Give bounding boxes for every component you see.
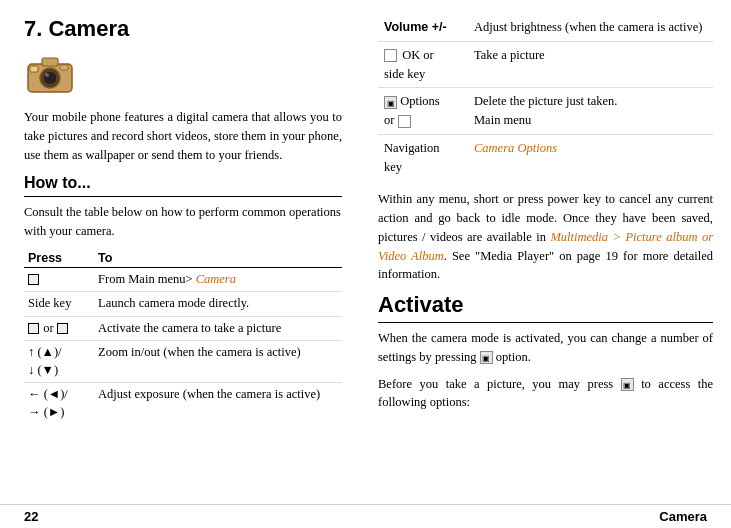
to-cell: Zoom in/out (when the camera is active) bbox=[94, 341, 342, 383]
ok-box-icon bbox=[384, 49, 397, 62]
left-column: 7. Camera bbox=[0, 0, 360, 504]
press-cell: or bbox=[24, 316, 94, 341]
desc-cell: Adjust brightness (when the camera is ac… bbox=[468, 14, 713, 41]
table-row: Volume +/- Adjust brightness (when the c… bbox=[378, 14, 713, 41]
camera-icon bbox=[24, 52, 342, 98]
to-cell: Launch camera mode directly. bbox=[94, 292, 342, 317]
to-cell: Adjust exposure (when the camera is acti… bbox=[94, 383, 342, 425]
activate-text-2: Before you take a picture, you may press… bbox=[378, 375, 713, 413]
table-row: Side key Launch camera mode directly. bbox=[24, 292, 342, 317]
volume-key: Volume +/- bbox=[384, 20, 447, 34]
sub-text: Consult the table below on how to perfor… bbox=[24, 203, 342, 241]
nav-icon bbox=[28, 323, 39, 334]
key-cell: ▣ Optionsor bbox=[378, 88, 468, 135]
page-number: 22 bbox=[24, 509, 38, 524]
nav-icon bbox=[57, 323, 68, 334]
activate-text-1: When the camera mode is activated, you c… bbox=[378, 329, 713, 367]
table-row: OK orside key Take a picture bbox=[378, 41, 713, 88]
how-to-divider bbox=[24, 196, 342, 197]
within-text: Within any menu, short or press power ke… bbox=[378, 190, 713, 284]
options-icon: ▣ bbox=[384, 96, 397, 109]
press-cell bbox=[24, 267, 94, 292]
content-area: 7. Camera bbox=[0, 0, 731, 504]
page-container: 7. Camera bbox=[0, 0, 731, 528]
col-press: Press bbox=[24, 249, 94, 268]
camera-link: Camera bbox=[196, 272, 236, 286]
option-icon: ▣ bbox=[480, 351, 493, 364]
desc-cell: Take a picture bbox=[468, 41, 713, 88]
table-row: Navigationkey Camera Options bbox=[378, 134, 713, 180]
activate-divider bbox=[378, 322, 713, 323]
ok-box-icon bbox=[398, 115, 411, 128]
option-icon-2: ▣ bbox=[621, 378, 634, 391]
key-cell: Volume +/- bbox=[378, 14, 468, 41]
svg-rect-6 bbox=[60, 65, 68, 70]
to-cell: Activate the camera to take a picture bbox=[94, 316, 342, 341]
table-row: From Main menu> Camera bbox=[24, 267, 342, 292]
table-row: ▣ Optionsor Delete the picture just take… bbox=[378, 88, 713, 135]
press-cell: ← (◄)/→ (►) bbox=[24, 383, 94, 425]
footer-bar: 22 Camera bbox=[0, 504, 731, 528]
key-cell: Navigationkey bbox=[378, 134, 468, 180]
press-cell: ↑ (▲)/↓ (▼) bbox=[24, 341, 94, 383]
footer-chapter-label: Camera bbox=[659, 509, 707, 524]
desc-cell: Delete the picture just taken.Main menu bbox=[468, 88, 713, 135]
body-text: Your mobile phone features a digital cam… bbox=[24, 108, 342, 164]
table-row: ↑ (▲)/↓ (▼) Zoom in/out (when the camera… bbox=[24, 341, 342, 383]
multimedia-link: Multimedia > Picture album or Video Albu… bbox=[378, 230, 713, 263]
camera-options-link: Camera Options bbox=[474, 141, 557, 155]
press-table: Press To From Main menu> Camera Side key… bbox=[24, 249, 342, 425]
svg-point-3 bbox=[45, 73, 49, 77]
press-cell: Side key bbox=[24, 292, 94, 317]
right-column: Volume +/- Adjust brightness (when the c… bbox=[360, 0, 731, 504]
table-row: or Activate the camera to take a picture bbox=[24, 316, 342, 341]
svg-rect-5 bbox=[30, 66, 38, 72]
activate-heading: Activate bbox=[378, 292, 713, 318]
how-to-heading: How to... bbox=[24, 174, 342, 192]
key-cell: OK orside key bbox=[378, 41, 468, 88]
to-cell: From Main menu> Camera bbox=[94, 267, 342, 292]
svg-point-2 bbox=[43, 71, 57, 85]
nav-icon bbox=[28, 274, 39, 285]
table-row: ← (◄)/→ (►) Adjust exposure (when the ca… bbox=[24, 383, 342, 425]
desc-cell: Camera Options bbox=[468, 134, 713, 180]
col-to: To bbox=[94, 249, 342, 268]
right-table: Volume +/- Adjust brightness (when the c… bbox=[378, 14, 713, 180]
svg-rect-4 bbox=[42, 58, 58, 66]
chapter-title: 7. Camera bbox=[24, 16, 342, 42]
